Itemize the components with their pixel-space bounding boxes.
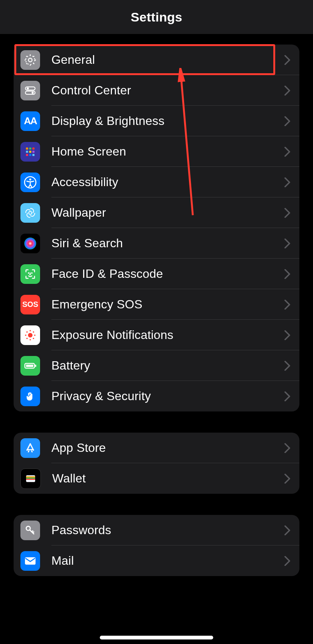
- battery-icon: [20, 356, 40, 376]
- svg-rect-7: [29, 147, 31, 149]
- svg-rect-8: [33, 147, 35, 149]
- chevron-right-icon: [284, 556, 290, 566]
- svg-rect-34: [26, 476, 35, 478]
- chevron-right-icon: [284, 300, 290, 310]
- settings-row-label: Battery: [51, 359, 90, 373]
- settings-group-main: General Control Center: [14, 45, 299, 411]
- svg-rect-12: [26, 154, 28, 156]
- chevron-right-icon: [284, 147, 290, 157]
- chevron-right-icon: [284, 55, 290, 65]
- svg-point-5: [32, 91, 34, 94]
- svg-point-26: [26, 331, 28, 333]
- svg-point-3: [27, 87, 29, 89]
- chevron-right-icon: [284, 177, 290, 187]
- gear-icon: [20, 50, 40, 70]
- svg-point-23: [29, 339, 31, 340]
- key-icon: [20, 521, 40, 540]
- chevron-right-icon: [284, 86, 290, 96]
- settings-row-label: Control Center: [51, 83, 131, 97]
- settings-row-label: Wallet: [52, 471, 86, 485]
- settings-row-control-center[interactable]: Control Center: [14, 75, 299, 106]
- page-title: Settings: [131, 10, 183, 25]
- settings-row-wallpaper[interactable]: Wallpaper: [14, 197, 299, 228]
- chevron-right-icon: [284, 361, 290, 371]
- sos-icon: SOS: [20, 295, 40, 314]
- svg-point-17: [29, 211, 32, 214]
- svg-point-29: [33, 337, 34, 339]
- chevron-right-icon: [284, 525, 290, 535]
- settings-row-app-store[interactable]: App Store: [14, 433, 299, 463]
- accessibility-icon: [20, 173, 40, 192]
- settings-row-emergency-sos[interactable]: SOS Emergency SOS: [14, 289, 299, 320]
- settings-row-label: Accessibility: [51, 175, 118, 189]
- svg-point-24: [25, 334, 26, 336]
- home-indicator[interactable]: [100, 636, 213, 639]
- settings-row-battery[interactable]: Battery: [14, 350, 299, 381]
- svg-point-20: [32, 273, 32, 273]
- exposure-icon: [20, 325, 40, 345]
- svg-point-16: [29, 178, 31, 180]
- settings-row-passwords[interactable]: Passwords: [14, 515, 299, 545]
- wallpaper-icon: [20, 203, 40, 223]
- svg-point-18: [24, 237, 36, 250]
- chevron-right-icon: [284, 443, 290, 453]
- svg-rect-14: [33, 154, 35, 156]
- svg-point-1: [26, 55, 35, 65]
- svg-point-19: [28, 273, 29, 273]
- face-id-icon: [20, 264, 40, 284]
- settings-row-display-brightness[interactable]: AA Display & Brightness: [14, 106, 299, 136]
- text-size-icon: AA: [20, 111, 40, 131]
- svg-point-22: [29, 330, 31, 331]
- settings-row-label: Home Screen: [51, 145, 126, 159]
- toggles-icon: [20, 81, 40, 100]
- siri-icon: [20, 234, 40, 253]
- svg-rect-13: [29, 154, 31, 156]
- settings-row-home-screen[interactable]: Home Screen: [14, 136, 299, 167]
- settings-row-face-id-passcode[interactable]: Face ID & Passcode: [14, 259, 299, 289]
- svg-rect-35: [26, 478, 35, 479]
- header: Settings: [0, 0, 313, 34]
- settings-row-privacy-security[interactable]: Privacy & Security: [14, 381, 299, 411]
- settings-row-accessibility[interactable]: Accessibility: [14, 167, 299, 197]
- settings-row-label: Wallpaper: [51, 206, 106, 220]
- chevron-right-icon: [284, 269, 290, 279]
- chevron-right-icon: [284, 391, 290, 401]
- chevron-right-icon: [284, 239, 290, 248]
- settings-group-accounts: Passwords Mail: [14, 515, 299, 576]
- settings-row-label: General: [51, 53, 95, 67]
- sos-glyph: SOS: [22, 300, 38, 309]
- settings-group-store: App Store Wallet: [14, 433, 299, 494]
- settings-content: General Control Center: [0, 34, 313, 576]
- wallet-icon: [20, 468, 41, 489]
- svg-rect-36: [26, 479, 35, 480]
- svg-rect-31: [26, 364, 33, 367]
- settings-row-mail[interactable]: Mail: [14, 545, 299, 576]
- settings-row-label: Mail: [51, 554, 74, 568]
- home-screen-icon: [20, 142, 40, 162]
- svg-rect-9: [26, 151, 28, 153]
- chevron-right-icon: [284, 330, 290, 340]
- settings-row-exposure-notifications[interactable]: Exposure Notifications: [14, 320, 299, 350]
- svg-point-27: [33, 331, 34, 333]
- settings-row-wallet[interactable]: Wallet: [14, 463, 299, 494]
- settings-row-label: Siri & Search: [51, 236, 123, 250]
- svg-rect-32: [35, 364, 36, 367]
- settings-row-general[interactable]: General: [14, 45, 299, 75]
- settings-row-label: Display & Brightness: [51, 114, 164, 128]
- svg-rect-11: [33, 151, 35, 153]
- svg-point-21: [28, 333, 33, 337]
- mail-icon: [20, 551, 40, 571]
- settings-row-label: Exposure Notifications: [51, 328, 174, 342]
- settings-row-label: Emergency SOS: [51, 297, 143, 311]
- settings-row-siri-search[interactable]: Siri & Search: [14, 228, 299, 259]
- app-store-icon: [20, 438, 40, 458]
- svg-rect-6: [26, 147, 28, 149]
- svg-point-0: [28, 58, 32, 62]
- chevron-right-icon: [284, 474, 290, 484]
- aa-glyph: AA: [24, 115, 37, 127]
- settings-row-label: Passwords: [51, 523, 111, 537]
- chevron-right-icon: [284, 116, 290, 126]
- settings-row-label: App Store: [51, 441, 106, 455]
- settings-row-label: Privacy & Security: [51, 389, 151, 403]
- settings-row-label: Face ID & Passcode: [51, 267, 163, 281]
